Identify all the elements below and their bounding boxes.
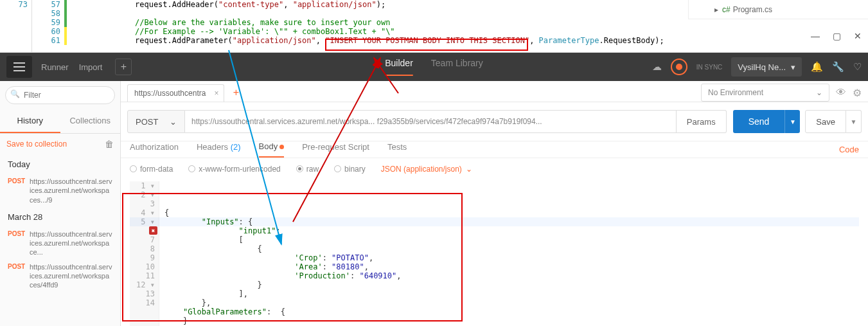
urlencoded-radio[interactable]: x-www-form-urlencoded xyxy=(188,165,280,174)
sync-status: IN SYNC xyxy=(696,64,723,71)
team-library-tab[interactable]: Team Library xyxy=(431,58,483,76)
chevron-right-icon: ▸ xyxy=(714,5,718,14)
chevron-down-icon: ⌄ xyxy=(170,117,177,127)
svg-rect-1 xyxy=(13,66,25,68)
maximize-button[interactable]: ▢ xyxy=(833,31,841,41)
save-to-collection-link[interactable]: Save to collection xyxy=(6,140,67,149)
trash-icon[interactable]: 🗑 xyxy=(105,139,114,149)
send-button[interactable]: Send xyxy=(733,110,785,133)
cs-gutter: 73 57 58 59 60 61 xyxy=(0,0,71,52)
new-tab-button[interactable]: + xyxy=(115,59,132,75)
close-tab-icon[interactable]: × xyxy=(214,89,218,98)
raw-radio[interactable]: raw xyxy=(296,165,319,174)
generate-code-link[interactable]: Code xyxy=(839,145,859,154)
window-controls: — ▢ ✕ xyxy=(784,27,868,45)
cs-code[interactable]: request.AddHeader("content-type", "appli… xyxy=(71,0,664,52)
bell-icon[interactable]: 🔔 xyxy=(811,61,823,73)
wrench-icon[interactable]: 🔧 xyxy=(832,61,844,73)
cloud-icon[interactable]: ☁ xyxy=(652,61,662,73)
gear-icon[interactable]: ⚙ xyxy=(853,87,862,99)
authorization-tab[interactable]: Authorization xyxy=(130,142,179,157)
heart-icon[interactable]: ♡ xyxy=(853,61,862,73)
chevron-down-icon: ⌄ xyxy=(816,88,822,97)
formdata-radio[interactable]: form-data xyxy=(130,165,173,174)
history-group-label: March 28 xyxy=(0,207,120,227)
history-tab[interactable]: History xyxy=(0,109,60,133)
content-type-selector[interactable]: JSON (application/json)⌄ xyxy=(381,165,472,174)
url-input[interactable]: https://ussouthcentral.services.azureml.… xyxy=(185,110,677,133)
params-button[interactable]: Params xyxy=(677,110,727,133)
gutter-left: 73 xyxy=(0,0,28,9)
add-tab-button[interactable]: + xyxy=(229,87,242,98)
body-editor[interactable]: 1 ▾2 ▾34 ▾5 ▾6789101112 ▾1314 ✖ { "Input… xyxy=(130,181,859,326)
close-button[interactable]: ✕ xyxy=(854,31,862,41)
method-badge: POST xyxy=(8,177,30,204)
environment-selector[interactable]: No Environment⌄ xyxy=(701,84,829,102)
file-name: Program.cs xyxy=(733,5,772,14)
minimize-button[interactable]: — xyxy=(811,31,820,41)
collections-tab[interactable]: Collections xyxy=(60,109,121,133)
postman-toolbar: Runner Import + Builder Team Library ☁ I… xyxy=(0,53,868,81)
request-tab[interactable]: https://ussouthcentra × xyxy=(127,84,224,102)
prerequest-tab[interactable]: Pre-request Script xyxy=(302,142,369,157)
history-item[interactable]: POST https://ussouthcentral.services.azu… xyxy=(0,260,120,293)
line-number: 57 xyxy=(32,0,60,9)
hamburger-icon[interactable] xyxy=(6,56,32,78)
sync-icon[interactable] xyxy=(671,59,687,75)
solution-file[interactable]: ▸ c# Program.cs xyxy=(688,0,868,19)
method-selector[interactable]: POST⌄ xyxy=(127,110,185,133)
error-icon: ✖ xyxy=(149,226,157,235)
body-tab[interactable]: Body xyxy=(259,141,285,158)
save-dropdown[interactable]: ▼ xyxy=(846,110,862,133)
request-area: https://ussouthcentra × + No Environment… xyxy=(121,81,868,326)
eye-icon[interactable]: 👁 xyxy=(836,87,846,98)
body-gutter: 1 ▾2 ▾34 ▾5 ▾6789101112 ▾1314 xyxy=(130,181,159,326)
filter-input[interactable] xyxy=(5,86,115,104)
binary-radio[interactable]: binary xyxy=(334,165,366,174)
import-button[interactable]: Import xyxy=(79,62,103,72)
chevron-down-icon: ⌄ xyxy=(466,165,472,174)
history-group-label: Today xyxy=(0,154,120,174)
svg-rect-0 xyxy=(13,62,25,64)
body-content[interactable]: ✖ { "Inputs": { "input1": [ { 'Crop': "P… xyxy=(159,181,859,326)
sidebar: History Collections Save to collection 🗑… xyxy=(0,81,121,326)
save-button[interactable]: Save xyxy=(805,110,846,133)
runner-button[interactable]: Runner xyxy=(41,62,69,72)
history-item[interactable]: POST https://ussouthcentral.services.azu… xyxy=(0,227,120,260)
builder-tab[interactable]: Builder xyxy=(385,58,413,76)
unsaved-dot-icon xyxy=(279,145,284,149)
history-url: https://ussouthcentral.services.azureml.… xyxy=(30,177,112,204)
headers-tab[interactable]: Headers (2) xyxy=(197,142,241,157)
tests-tab[interactable]: Tests xyxy=(387,142,407,157)
history-item[interactable]: POST https://ussouthcentral.services.azu… xyxy=(0,174,120,207)
send-dropdown[interactable]: ▼ xyxy=(784,110,800,133)
workspace-selector[interactable]: VysilHq Ne...▾ xyxy=(731,57,802,77)
csharp-icon: c# xyxy=(722,5,731,14)
svg-rect-2 xyxy=(13,70,25,71)
